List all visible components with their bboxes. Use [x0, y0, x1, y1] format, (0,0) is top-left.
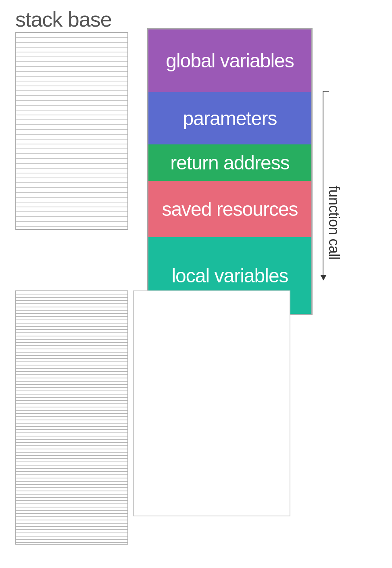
bottom-white-area [133, 290, 290, 516]
function-call-annotation: function call [319, 91, 343, 280]
block-saved-resources: saved resources [148, 181, 311, 237]
stack-diagram: global variables parameters return addre… [147, 28, 313, 315]
saved-resources-label: saved resources [162, 198, 298, 220]
brace-line [323, 91, 323, 280]
local-variables-label: local variables [171, 265, 288, 287]
return-address-label: return address [170, 152, 290, 174]
block-parameters: parameters [148, 92, 311, 144]
function-call-label: function call [325, 186, 342, 260]
block-return-address: return address [148, 144, 311, 181]
memory-cells-bottom [15, 290, 128, 545]
stack-base-label: stack base [15, 7, 112, 31]
memory-cells-top [15, 32, 128, 230]
brace-arrow-icon [320, 275, 327, 280]
brace-top-tick [323, 91, 329, 92]
block-global-variables: global variables [148, 29, 311, 92]
parameters-label: parameters [183, 107, 277, 129]
global-variables-label: global variables [166, 50, 294, 72]
